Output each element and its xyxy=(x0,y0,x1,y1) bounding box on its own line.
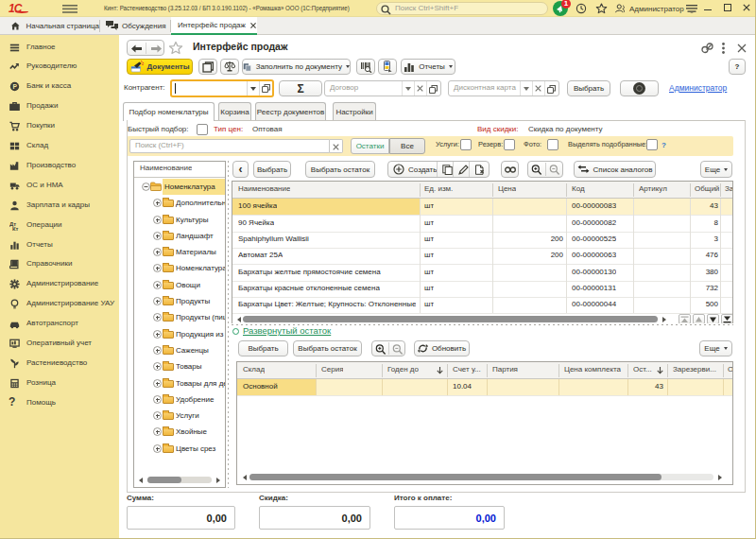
svg-text:Кт: Кт xyxy=(12,226,19,231)
svg-text:P: P xyxy=(12,83,17,90)
